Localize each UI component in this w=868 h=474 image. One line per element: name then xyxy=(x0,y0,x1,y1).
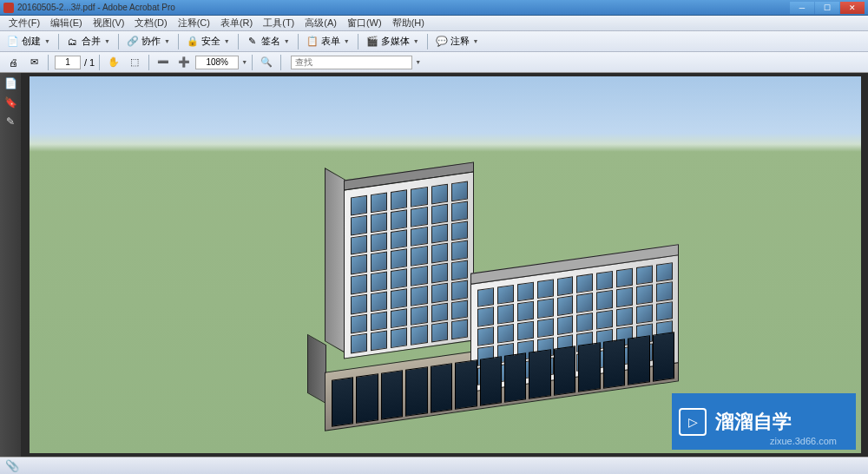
signatures-panel-icon[interactable]: ✎ xyxy=(3,115,17,128)
chevron-down-icon[interactable]: ▼ xyxy=(241,59,247,65)
bookmarks-panel-icon[interactable]: 🔖 xyxy=(3,95,17,109)
create-icon: 📄 xyxy=(7,36,19,48)
close-button[interactable]: ✕ xyxy=(840,2,865,14)
chevron-down-icon: ▼ xyxy=(104,38,110,44)
chevron-down-icon: ▼ xyxy=(473,38,479,44)
separator xyxy=(99,55,100,70)
acrobat-icon xyxy=(3,3,14,13)
collaborate-label: 协作 xyxy=(141,35,161,48)
menu-tools[interactable]: 工具(T) xyxy=(258,16,299,30)
menu-comment[interactable]: 注释(C) xyxy=(173,16,215,30)
multimedia-icon: 🎬 xyxy=(366,36,378,48)
chevron-down-icon: ▼ xyxy=(413,38,419,44)
navigation-panel: 📄 🔖 ✎ xyxy=(0,73,21,457)
comment-button[interactable]: 💬 注释 ▼ xyxy=(432,33,483,49)
separator xyxy=(358,34,358,49)
pages-panel-icon[interactable]: 📄 xyxy=(3,76,17,90)
mail-icon: ✉ xyxy=(28,56,40,69)
menu-window[interactable]: 窗口(W) xyxy=(342,16,387,30)
app-name: Adobe Acrobat Pro xyxy=(102,3,175,12)
zoom-in-icon: ➕ xyxy=(178,56,190,69)
combine-icon: 🗂 xyxy=(67,36,79,48)
select-icon: ⬚ xyxy=(128,56,141,69)
create-button[interactable]: 📄 创建 ▼ xyxy=(3,33,54,49)
chevron-down-icon: ▼ xyxy=(44,38,50,44)
separator xyxy=(427,34,428,49)
windows-left xyxy=(351,181,468,354)
zoom-out-icon: ➖ xyxy=(157,56,169,69)
watermark: ▷ 溜溜自学 zixue.3d66.com xyxy=(672,393,856,450)
separator xyxy=(118,34,119,49)
separator xyxy=(178,34,179,49)
tower-side-face xyxy=(325,168,345,353)
watermark-brand: 溜溜自学 xyxy=(715,409,792,435)
menu-advanced[interactable]: 高级(A) xyxy=(299,16,342,30)
combine-button[interactable]: 🗂 合并 ▼ xyxy=(63,33,114,49)
maximize-button[interactable]: ☐ xyxy=(815,2,839,14)
page-number-input[interactable] xyxy=(55,56,81,69)
chevron-down-icon: ▼ xyxy=(164,38,170,44)
create-label: 创建 xyxy=(22,35,41,48)
page-total: / 1 xyxy=(84,57,95,68)
forms-label: 表单 xyxy=(321,35,340,48)
menu-document[interactable]: 文档(D) xyxy=(129,16,172,30)
menu-forms[interactable]: 表单(R) xyxy=(215,16,258,30)
search-input[interactable] xyxy=(291,56,412,69)
comment-label: 注释 xyxy=(450,35,470,48)
separator xyxy=(58,34,59,49)
zoom-icon: 🔍 xyxy=(260,56,273,69)
collaborate-icon: 🔗 xyxy=(127,36,139,48)
collaborate-button[interactable]: 🔗 协作 ▼ xyxy=(123,33,174,49)
marquee-zoom[interactable]: 🔍 xyxy=(257,55,276,70)
menubar: 文件(F) 编辑(E) 视图(V) 文档(D) 注释(C) 表单(R) 工具(T… xyxy=(0,16,868,31)
menu-file[interactable]: 文件(F) xyxy=(3,16,45,30)
email-button[interactable]: ✉ xyxy=(24,55,43,70)
titlebar-title: 20160505-2...3#.pdf - Adobe Acrobat Pro xyxy=(17,3,789,12)
separator xyxy=(298,34,299,49)
separator xyxy=(148,55,149,70)
lock-icon: 🔒 xyxy=(187,36,199,48)
zoom-input[interactable] xyxy=(195,56,239,69)
play-icon: ▷ xyxy=(679,408,707,436)
separator xyxy=(48,55,49,70)
secure-label: 安全 xyxy=(201,35,220,48)
main-area: 📄 🔖 ✎ ▷ 溜溜自学 zixue.3 xyxy=(0,73,868,457)
separator xyxy=(252,55,253,70)
minimize-button[interactable]: ─ xyxy=(790,2,814,14)
multimedia-label: 多媒体 xyxy=(381,35,410,48)
sign-button[interactable]: ✎ 签名 ▼ xyxy=(243,33,293,49)
pdf-page: ▷ 溜溜自学 zixue.3d66.com xyxy=(30,76,861,453)
window-controls: ─ ☐ ✕ xyxy=(789,2,865,14)
toolbar-page: 🖨 ✉ / 1 ✋ ⬚ ➖ ➕ ▼ 🔍 ▼ xyxy=(0,52,868,73)
menu-edit[interactable]: 编辑(E) xyxy=(45,16,88,30)
zoom-out-button[interactable]: ➖ xyxy=(154,55,173,70)
building-render xyxy=(316,181,681,453)
attachment-icon[interactable]: 📎 xyxy=(5,459,19,472)
toolbar-tasks: 📄 创建 ▼ 🗂 合并 ▼ 🔗 协作 ▼ 🔒 安全 ▼ ✎ 签名 ▼ 📋 表单 … xyxy=(0,31,868,52)
hand-icon: ✋ xyxy=(108,56,120,69)
separator xyxy=(280,55,281,70)
select-tool[interactable]: ⬚ xyxy=(125,55,144,70)
zoom-in-button[interactable]: ➕ xyxy=(174,55,194,70)
watermark-url: zixue.3d66.com xyxy=(770,436,837,446)
chevron-down-icon: ▼ xyxy=(224,38,230,44)
sign-label: 签名 xyxy=(261,35,280,48)
form-icon: 📋 xyxy=(306,36,319,48)
chevron-down-icon[interactable]: ▼ xyxy=(415,59,421,65)
print-button[interactable]: 🖨 xyxy=(3,55,23,70)
secure-button[interactable]: 🔒 安全 ▼ xyxy=(183,33,233,49)
comment-icon: 💬 xyxy=(436,36,448,48)
hand-tool[interactable]: ✋ xyxy=(104,55,123,70)
combine-label: 合并 xyxy=(82,35,101,48)
multimedia-button[interactable]: 🎬 多媒体 ▼ xyxy=(363,33,423,49)
chevron-down-icon: ▼ xyxy=(344,38,350,44)
forms-button[interactable]: 📋 表单 ▼ xyxy=(303,33,353,49)
menu-view[interactable]: 视图(V) xyxy=(88,16,130,30)
document-view[interactable]: ▷ 溜溜自学 zixue.3d66.com xyxy=(21,73,868,457)
pen-icon: ✎ xyxy=(247,36,259,48)
menu-help[interactable]: 帮助(H) xyxy=(387,16,430,30)
filename: 20160505-2...3#.pdf xyxy=(17,3,95,12)
ground-side-face xyxy=(307,334,326,405)
separator xyxy=(238,34,239,49)
statusbar: 📎 xyxy=(0,457,868,474)
